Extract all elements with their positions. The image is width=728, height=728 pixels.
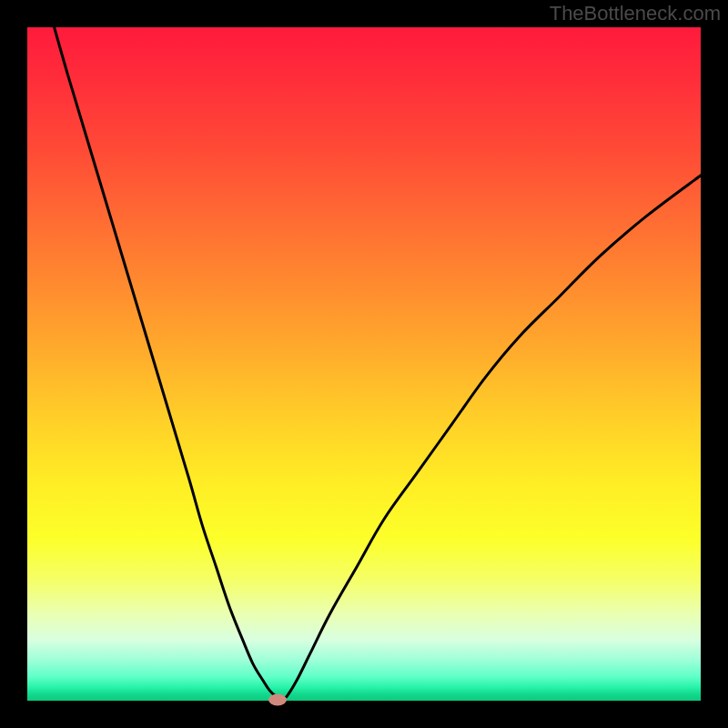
optimum-marker <box>268 693 287 705</box>
bottleneck-curve <box>55 27 701 700</box>
curve-svg <box>27 27 701 701</box>
watermark-text: TheBottleneck.com <box>550 2 721 25</box>
plot-area <box>27 27 701 701</box>
